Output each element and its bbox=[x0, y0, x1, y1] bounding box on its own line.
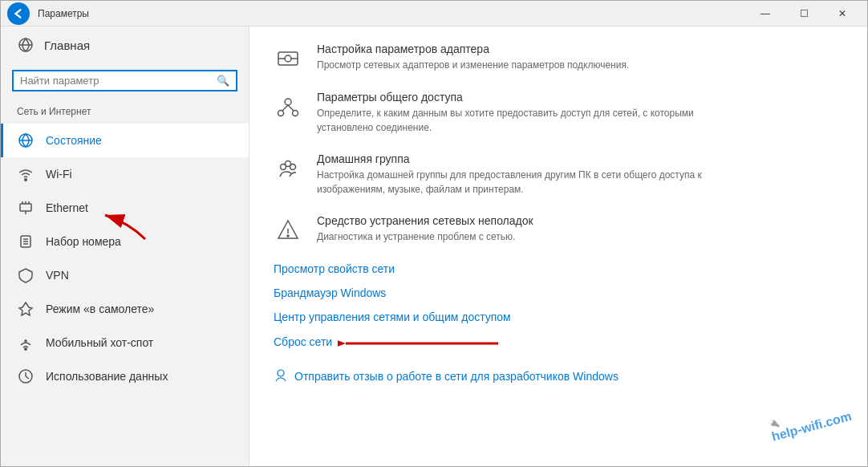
homegroup-desc: Настройка домашней группы для предоставл… bbox=[317, 168, 718, 197]
link-feedback[interactable]: Отправить отзыв о работе в сети для разр… bbox=[294, 370, 619, 383]
link-firewall[interactable]: Брандмауэр Windows bbox=[274, 286, 843, 299]
homegroup-icon bbox=[274, 154, 302, 183]
home-label: Главная bbox=[44, 39, 90, 52]
vpn-label: VPN bbox=[46, 269, 69, 282]
sidebar-item-vpn[interactable]: VPN bbox=[1, 258, 249, 292]
ethernet-label: Ethernet bbox=[46, 201, 88, 214]
svg-point-33 bbox=[278, 370, 284, 376]
reset-row: Сброс сети bbox=[274, 335, 332, 359]
sidebar: Главная 🔍 Сеть и Интернет Состояние bbox=[1, 26, 249, 466]
svg-rect-5 bbox=[20, 204, 31, 211]
wifi-icon bbox=[17, 165, 34, 183]
search-input[interactable] bbox=[20, 75, 212, 87]
back-button[interactable] bbox=[7, 2, 30, 25]
close-button[interactable]: ✕ bbox=[824, 1, 861, 26]
ethernet-icon bbox=[17, 199, 34, 217]
sidebar-item-airplane[interactable]: Режим «в самолете» bbox=[1, 292, 249, 326]
homegroup-text: Домашняя группа Настройка домашней групп… bbox=[317, 152, 718, 197]
setting-homegroup: Домашняя группа Настройка домашней групп… bbox=[274, 152, 843, 197]
dialup-icon bbox=[17, 233, 34, 250]
troubleshoot-text: Средство устранения сетевых неполадок Ди… bbox=[317, 214, 533, 244]
setting-sharing: Параметры общего доступа Определите, к к… bbox=[274, 91, 843, 135]
svg-line-24 bbox=[282, 105, 288, 111]
link-network-center[interactable]: Центр управления сетями и общим доступом bbox=[274, 311, 843, 323]
window: Параметры — ☐ ✕ Главная bbox=[0, 0, 868, 467]
sidebar-item-usage[interactable]: Использование данных bbox=[1, 359, 249, 393]
sidebar-item-ethernet[interactable]: Ethernet bbox=[1, 191, 249, 225]
svg-point-18 bbox=[285, 55, 291, 62]
adapter-icon bbox=[274, 44, 302, 73]
sharing-title: Параметры общего доступа bbox=[317, 91, 718, 104]
link-reset-network[interactable]: Сброс сети bbox=[274, 335, 332, 348]
troubleshoot-title: Средство устранения сетевых неполадок bbox=[317, 214, 533, 227]
adapter-desc: Просмотр сетевых адаптеров и изменение п… bbox=[317, 58, 629, 72]
sidebar-item-dialup[interactable]: Набор номера bbox=[1, 225, 249, 258]
hotspot-label: Мобильный хот-спот bbox=[46, 336, 153, 349]
search-box[interactable]: 🔍 bbox=[12, 70, 237, 91]
setting-adapter: Настройка параметров адаптера Просмотр с… bbox=[274, 43, 843, 73]
main-content: Настройка параметров адаптера Просмотр с… bbox=[249, 26, 867, 466]
svg-point-23 bbox=[293, 111, 298, 116]
usage-icon bbox=[17, 368, 34, 385]
svg-point-21 bbox=[285, 99, 291, 105]
sharing-desc: Определите, к каким данным вы хотите пре… bbox=[317, 106, 718, 135]
minimize-button[interactable]: — bbox=[747, 1, 784, 26]
warning-icon bbox=[274, 216, 302, 245]
home-icon bbox=[17, 36, 34, 54]
feedback-icon bbox=[274, 368, 288, 385]
window-controls: — ☐ ✕ bbox=[747, 1, 861, 26]
sharing-text: Параметры общего доступа Определите, к к… bbox=[317, 91, 718, 135]
adapter-title: Настройка параметров адаптера bbox=[317, 43, 629, 55]
status-label: Состояние bbox=[46, 134, 102, 147]
sidebar-item-hotspot[interactable]: Мобильный хот-спот bbox=[1, 326, 249, 359]
section-label: Сеть и Интернет bbox=[1, 101, 249, 124]
svg-point-30 bbox=[287, 235, 289, 237]
svg-line-25 bbox=[288, 105, 294, 111]
search-icon: 🔍 bbox=[217, 75, 229, 87]
svg-point-4 bbox=[25, 179, 26, 181]
status-icon bbox=[17, 132, 34, 149]
wifi-label: Wi-Fi bbox=[46, 168, 72, 181]
sharing-icon bbox=[274, 92, 302, 121]
vpn-icon bbox=[17, 266, 34, 284]
svg-point-28 bbox=[286, 161, 291, 167]
airplane-icon bbox=[17, 300, 34, 318]
sidebar-item-status[interactable]: Состояние bbox=[1, 124, 249, 157]
maximize-button[interactable]: ☐ bbox=[785, 1, 822, 26]
dialup-label: Набор номера bbox=[46, 235, 121, 248]
usage-label: Использование данных bbox=[46, 370, 168, 383]
content-area: Главная 🔍 Сеть и Интернет Состояние bbox=[1, 26, 867, 466]
setting-troubleshoot: Средство устранения сетевых неполадок Ди… bbox=[274, 214, 843, 245]
sidebar-home[interactable]: Главная bbox=[1, 26, 249, 63]
watermark: 🔌 help-wifi.com bbox=[767, 399, 853, 444]
airplane-label: Режим «в самолете» bbox=[46, 303, 154, 315]
hotspot-icon bbox=[17, 334, 34, 351]
title-bar: Параметры — ☐ ✕ bbox=[1, 1, 867, 26]
svg-point-14 bbox=[25, 348, 26, 350]
troubleshoot-desc: Диагностика и устранение проблем с сетью… bbox=[317, 229, 533, 244]
svg-point-22 bbox=[278, 111, 284, 116]
homegroup-title: Домашняя группа bbox=[317, 152, 718, 165]
link-view-properties[interactable]: Просмотр свойств сети bbox=[274, 262, 843, 275]
adapter-text: Настройка параметров адаптера Просмотр с… bbox=[317, 43, 629, 72]
sidebar-item-wifi[interactable]: Wi-Fi bbox=[1, 157, 249, 191]
window-title: Параметры bbox=[38, 8, 747, 19]
footer-row: Отправить отзыв о работе в сети для разр… bbox=[274, 368, 843, 385]
